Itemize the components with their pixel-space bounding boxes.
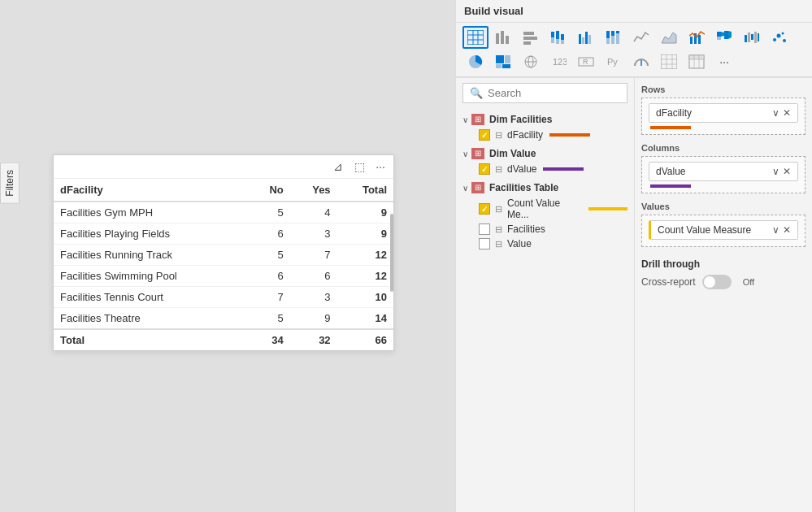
chevron-icon: ∨ xyxy=(462,150,468,158)
viz-pie-icon[interactable] xyxy=(462,50,489,73)
field-item[interactable]: ⊟dValue xyxy=(462,162,627,176)
cross-report-state: Off xyxy=(743,277,754,287)
values-remove-icon[interactable]: ✕ xyxy=(783,224,791,236)
col-header-no: No xyxy=(250,179,290,202)
columns-field-name: dValue xyxy=(656,166,767,177)
svg-rect-31 xyxy=(717,32,721,37)
svg-rect-26 xyxy=(616,33,619,44)
table-row: Facilities Playing Fields 6 3 9 xyxy=(54,223,393,245)
svg-rect-32 xyxy=(717,37,721,40)
cell-facility: Facilities Running Track xyxy=(54,245,250,266)
filter-icon[interactable]: ⊿ xyxy=(330,158,346,175)
svg-text:Py: Py xyxy=(607,57,618,67)
field-group-header[interactable]: ∨ ⊞ Dim Value xyxy=(462,145,627,162)
field-checkbox[interactable] xyxy=(479,238,490,249)
columns-drop-zone[interactable]: dValue ∨ ✕ xyxy=(641,156,805,193)
svg-rect-48 xyxy=(496,64,502,68)
cross-report-toggle[interactable] xyxy=(702,275,732,289)
field-type-icon: ⊟ xyxy=(495,164,502,175)
focus-mode-icon[interactable]: ⬚ xyxy=(351,158,367,175)
viz-hbar-icon[interactable] xyxy=(518,26,544,49)
rows-color-bar xyxy=(650,126,691,129)
field-type-icon: ⊟ xyxy=(495,204,502,215)
table-visual: ⊿ ⬚ ··· dFacility No Yes Total Facilitie… xyxy=(53,154,394,351)
viz-treemap-icon[interactable] xyxy=(490,50,516,73)
viz-area-icon[interactable] xyxy=(656,26,682,49)
rows-remove-icon[interactable]: ✕ xyxy=(783,107,791,119)
viz-line-icon[interactable] xyxy=(628,26,654,49)
field-item[interactable]: ⊟Count Value Me... xyxy=(462,196,627,222)
cell-no: 5 xyxy=(250,245,290,266)
columns-remove-icon[interactable]: ✕ xyxy=(783,166,791,177)
table-icon: ⊞ xyxy=(471,148,484,159)
cell-total-no: 34 xyxy=(250,329,290,350)
build-right-panel: Rows dFacility ∨ ✕ Column xyxy=(635,78,812,512)
svg-rect-49 xyxy=(502,64,510,68)
table-scrollbar[interactable] xyxy=(390,214,393,292)
field-checkbox[interactable] xyxy=(479,203,490,215)
viz-scatter-icon[interactable] xyxy=(766,26,792,49)
cell-total: 14 xyxy=(337,308,393,330)
field-item[interactable]: ⊟dFacility xyxy=(462,128,627,142)
viz-bar-icon[interactable] xyxy=(490,26,516,49)
svg-rect-14 xyxy=(556,39,559,44)
svg-rect-19 xyxy=(585,32,588,44)
viz-clustered-icon[interactable] xyxy=(573,26,599,49)
cell-total: 9 xyxy=(337,202,393,223)
viz-matrix-icon[interactable] xyxy=(656,50,682,73)
field-group-header[interactable]: ∨ ⊞ Facilities Table xyxy=(462,180,627,196)
viz-kpi-icon[interactable]: 123 xyxy=(545,50,571,73)
search-icon: 🔍 xyxy=(470,87,483,99)
build-visual-header: Build visual xyxy=(456,0,812,23)
rows-chevron-icon[interactable]: ∨ xyxy=(772,107,779,119)
chevron-icon: ∨ xyxy=(462,115,468,124)
viz-map-icon[interactable] xyxy=(518,50,544,73)
filters-tab[interactable]: Filters xyxy=(0,163,20,204)
cell-total: 12 xyxy=(337,245,393,266)
viz-100pct-icon[interactable] xyxy=(601,26,627,49)
field-type-icon: ⊟ xyxy=(495,239,502,249)
columns-chevron-icon[interactable]: ∨ xyxy=(772,166,779,177)
cross-report-label: Cross-report xyxy=(641,276,696,288)
field-checkbox[interactable] xyxy=(479,129,490,141)
viz-stacked-bar-icon[interactable] xyxy=(545,26,571,49)
viz-python-icon[interactable]: Py xyxy=(601,50,627,73)
svg-rect-58 xyxy=(661,54,677,69)
viz-card-icon[interactable]: R xyxy=(573,50,599,73)
svg-rect-34 xyxy=(724,31,728,39)
svg-point-41 xyxy=(773,38,776,41)
field-name: Count Value Me... xyxy=(507,197,582,220)
field-checkbox[interactable] xyxy=(479,223,490,235)
rows-section: Rows dFacility ∨ ✕ xyxy=(641,85,805,135)
cell-yes: 6 xyxy=(290,266,337,287)
viz-waterfall-icon[interactable] xyxy=(739,26,765,49)
svg-rect-7 xyxy=(506,36,509,44)
svg-rect-5 xyxy=(496,33,499,44)
field-group-header[interactable]: ∨ ⊞ Dim Facilities xyxy=(462,111,627,128)
field-checkbox[interactable] xyxy=(479,163,490,175)
viz-ribbon-icon[interactable] xyxy=(711,26,737,49)
table-total-row: Total 34 32 66 xyxy=(54,329,393,350)
search-input[interactable] xyxy=(488,87,624,99)
svg-rect-39 xyxy=(754,32,757,43)
viz-table2-icon[interactable] xyxy=(684,50,710,73)
viz-more-icon[interactable]: ··· xyxy=(711,50,737,73)
svg-marker-33 xyxy=(721,32,724,37)
rows-drop-zone[interactable]: dFacility ∨ ✕ xyxy=(641,98,805,135)
values-chevron-icon[interactable]: ∨ xyxy=(772,224,779,236)
svg-rect-30 xyxy=(698,35,701,44)
group-name: Dim Value xyxy=(489,148,536,159)
values-drop-zone[interactable]: Count Value Measure ∨ ✕ xyxy=(641,215,805,247)
field-item[interactable]: ⊟Facilities xyxy=(462,222,627,236)
viz-gauge-icon[interactable] xyxy=(628,50,654,73)
cell-facility: Facilities Playing Fields xyxy=(54,223,250,245)
cell-yes: 3 xyxy=(290,287,337,308)
table-row: Facilities Swimming Pool 6 6 12 xyxy=(54,266,393,287)
table-icon: ⊞ xyxy=(471,182,484,193)
cell-facility: Facilities Tennis Court xyxy=(54,287,250,308)
more-options-icon[interactable]: ··· xyxy=(372,158,389,175)
viz-table-icon[interactable] xyxy=(462,26,489,49)
field-item[interactable]: ⊟Value xyxy=(462,236,627,251)
field-color-bar xyxy=(549,133,590,137)
viz-line-bar-icon[interactable] xyxy=(684,26,710,49)
